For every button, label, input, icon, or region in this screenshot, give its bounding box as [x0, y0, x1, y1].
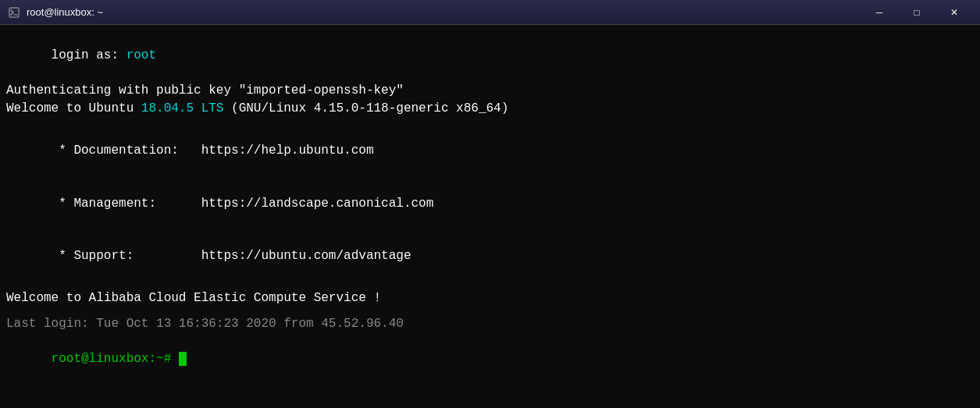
maximize-button[interactable]: □ — [899, 0, 935, 25]
login-label: login as: — [52, 48, 127, 62]
window-title: root@linuxbox: ~ — [27, 6, 103, 18]
cursor-block — [179, 352, 187, 366]
svg-rect-0 — [9, 8, 19, 17]
title-bar-left: root@linuxbox: ~ — [8, 6, 103, 19]
blank-3 — [6, 307, 974, 315]
terminal-icon — [8, 6, 20, 19]
blank-1 — [6, 117, 974, 125]
line-welcome-alibaba: Welcome to Alibaba Cloud Elastic Compute… — [6, 289, 974, 307]
close-button[interactable]: ✕ — [936, 0, 972, 25]
line-prompt: root@linuxbox:~# — [6, 332, 974, 385]
line-support: * Support: https://ubuntu.com/advantage — [6, 229, 974, 282]
line-welcome-ubuntu: Welcome to Ubuntu 18.04.5 LTS (GNU/Linux… — [6, 100, 974, 117]
title-bar: root@linuxbox: ~ ─ □ ✕ — [0, 0, 980, 25]
login-user: root — [127, 48, 156, 62]
line-doc: * Documentation: https://help.ubuntu.com — [6, 125, 974, 177]
minimize-button[interactable]: ─ — [861, 0, 897, 25]
terminal-body[interactable]: login as: root Authenticating with publi… — [0, 25, 980, 408]
line-last-login: Last login: Tue Oct 13 16:36:23 2020 fro… — [6, 315, 974, 332]
prompt-text: root@linuxbox:~# — [52, 352, 179, 366]
line-mgmt: * Management: https://landscape.canonica… — [6, 177, 974, 229]
line-login-as: login as: root — [6, 30, 974, 82]
line-auth: Authenticating with public key "imported… — [6, 82, 974, 99]
blank-2 — [6, 282, 974, 289]
terminal-window: root@linuxbox: ~ ─ □ ✕ login as: root Au… — [0, 0, 980, 408]
window-controls: ─ □ ✕ — [861, 0, 972, 25]
